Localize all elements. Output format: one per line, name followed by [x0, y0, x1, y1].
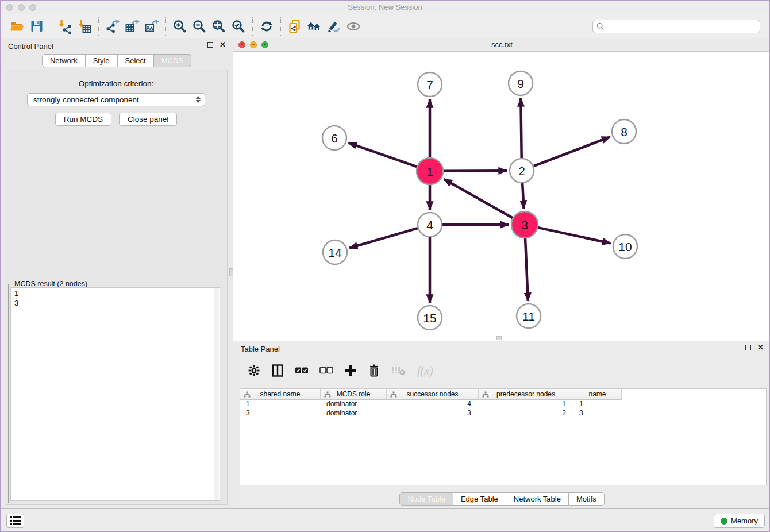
- graph-edge-1-6[interactable]: [349, 143, 417, 167]
- deselect-all-rows-icon[interactable]: [319, 366, 333, 375]
- memory-button[interactable]: Memory: [714, 514, 765, 528]
- search-input[interactable]: [592, 20, 760, 33]
- tab-network[interactable]: Network: [42, 54, 86, 67]
- memory-status-icon: [721, 518, 727, 525]
- mcds-panel: Optimization criterion: strongly connect…: [5, 70, 228, 505]
- result-scrollbar[interactable]: [214, 288, 219, 500]
- network-graph-canvas[interactable]: 7968124314101511: [233, 52, 770, 341]
- table-panel: Table Panel ✕: [233, 341, 770, 510]
- graph-node-label-4: 4: [426, 218, 433, 232]
- close-panel-icon[interactable]: ✕: [220, 42, 226, 48]
- criterion-select[interactable]: strongly connected component: [27, 93, 205, 106]
- graph-edge-3-1[interactable]: [444, 179, 513, 218]
- close-table-panel-icon[interactable]: ✕: [757, 345, 764, 350]
- graph-edge-3-11[interactable]: [525, 238, 528, 301]
- graph-edge-2-9[interactable]: [521, 98, 521, 158]
- tab-mcds[interactable]: MCDS: [153, 54, 191, 67]
- home-icon[interactable]: [305, 17, 324, 36]
- float-table-panel-icon[interactable]: [745, 345, 751, 350]
- graph-edge-1-2[interactable]: [444, 171, 507, 171]
- table-row[interactable]: 3dominator323: [240, 409, 766, 418]
- network-close-button[interactable]: ✕: [238, 41, 245, 48]
- duplicate-network-icon[interactable]: [285, 17, 305, 36]
- tab-select[interactable]: Select: [117, 54, 154, 67]
- graph-node-label-3: 3: [521, 218, 528, 232]
- column-header-name[interactable]: name: [573, 389, 622, 400]
- list-icon: [10, 516, 21, 526]
- memory-label: Memory: [731, 516, 758, 525]
- control-panel-tabs: NetworkStyleSelectMCDS: [1, 54, 233, 67]
- graph-node-label-1: 1: [426, 165, 433, 178]
- table-settings-icon[interactable]: [248, 364, 260, 377]
- graph-node-label-7: 7: [426, 78, 433, 91]
- table-tab-edge-table[interactable]: Edge Table: [453, 492, 506, 506]
- network-title: scc.txt: [233, 38, 770, 51]
- search-icon: [596, 22, 605, 30]
- select-all-rows-icon[interactable]: [295, 366, 309, 375]
- window-minimize-button[interactable]: [18, 4, 25, 11]
- import-network-icon[interactable]: [55, 17, 75, 36]
- network-minimize-button[interactable]: −: [250, 41, 257, 48]
- tab-style[interactable]: Style: [85, 54, 118, 67]
- search-box: [592, 20, 760, 33]
- table-tab-network-table[interactable]: Network Table: [506, 492, 569, 506]
- task-history-button[interactable]: [6, 514, 24, 528]
- column-header-mcds-role[interactable]: MCDS role: [321, 389, 387, 400]
- control-panel: Control Panel ✕ NetworkStyleSelectMCDS O…: [1, 38, 233, 510]
- column-header-shared-name[interactable]: shared name: [240, 389, 321, 400]
- network-view-window: ✕ − + scc.txt 7968124314101511: [233, 38, 770, 341]
- open-session-icon[interactable]: [7, 17, 27, 36]
- float-panel-icon[interactable]: [207, 42, 213, 48]
- style-pen-icon[interactable]: [324, 17, 344, 36]
- table-cell-successor-nodes: 4: [387, 400, 479, 409]
- function-builder-icon: f(x): [417, 364, 433, 377]
- table-cell-predecessor-nodes: 1: [479, 400, 573, 409]
- zoom-selected-icon[interactable]: [229, 17, 248, 36]
- window-close-button[interactable]: [6, 4, 13, 11]
- control-panel-header: Control Panel ✕: [1, 38, 233, 54]
- delete-table-icon: [391, 365, 406, 376]
- graph-node-label-9: 9: [517, 77, 524, 90]
- graph-edge-2-3[interactable]: [522, 183, 523, 209]
- toolbar-separator: [165, 17, 166, 36]
- table-cell-shared-name: 3: [240, 409, 321, 418]
- zoom-in-icon[interactable]: [170, 17, 190, 36]
- table-row[interactable]: 1dominator411: [240, 400, 766, 409]
- graph-edge-3-10[interactable]: [538, 228, 610, 243]
- import-table-icon[interactable]: [75, 17, 94, 36]
- zoom-out-icon[interactable]: [190, 17, 209, 36]
- column-header-predecessor-nodes[interactable]: predecessor nodes: [479, 389, 573, 400]
- table-cell-name: 1: [573, 400, 622, 409]
- eye-icon[interactable]: [344, 17, 363, 36]
- table-panel-header: Table Panel ✕: [233, 341, 770, 357]
- table-cell-name: 3: [573, 409, 622, 418]
- zoom-fit-icon[interactable]: [209, 17, 229, 36]
- mcds-result-title: MCDS result (2 nodes): [12, 280, 90, 288]
- column-header-successor-nodes[interactable]: successor nodes: [387, 389, 479, 400]
- window-zoom-button[interactable]: [29, 4, 36, 11]
- table-panel-tabs: Node TableEdge TableNetwork TableMotifs: [233, 492, 770, 506]
- network-zoom-button[interactable]: +: [261, 41, 268, 48]
- graph-edge-4-14[interactable]: [349, 228, 418, 248]
- table-tab-motifs[interactable]: Motifs: [568, 492, 605, 506]
- table-panel-title: Table Panel: [241, 345, 280, 353]
- export-table-icon[interactable]: [122, 17, 142, 36]
- graph-node-label-10: 10: [618, 240, 632, 253]
- titlebar: Session: New Session: [1, 1, 769, 14]
- export-image-icon[interactable]: [142, 17, 161, 36]
- save-session-icon[interactable]: [27, 17, 47, 36]
- node-table-rows: 1dominator4113dominator323: [240, 400, 766, 418]
- export-network-icon[interactable]: [103, 17, 122, 36]
- table-tab-node-table[interactable]: Node Table: [399, 492, 453, 506]
- mcds-result-groupbox: MCDS result (2 nodes) 13: [8, 284, 222, 503]
- show-columns-icon[interactable]: [271, 364, 284, 377]
- toolbar-separator: [280, 17, 281, 36]
- refresh-icon[interactable]: [257, 17, 276, 36]
- run-mcds-button[interactable]: Run MCDS: [55, 113, 111, 126]
- mcds-result-textarea[interactable]: 13: [10, 287, 220, 501]
- graph-edge-2-8[interactable]: [534, 137, 610, 166]
- delete-column-icon[interactable]: [368, 364, 380, 377]
- add-column-icon[interactable]: [344, 364, 357, 377]
- close-panel-button[interactable]: Close panel: [119, 113, 177, 126]
- horizontal-splitter-handle[interactable]: [496, 336, 502, 340]
